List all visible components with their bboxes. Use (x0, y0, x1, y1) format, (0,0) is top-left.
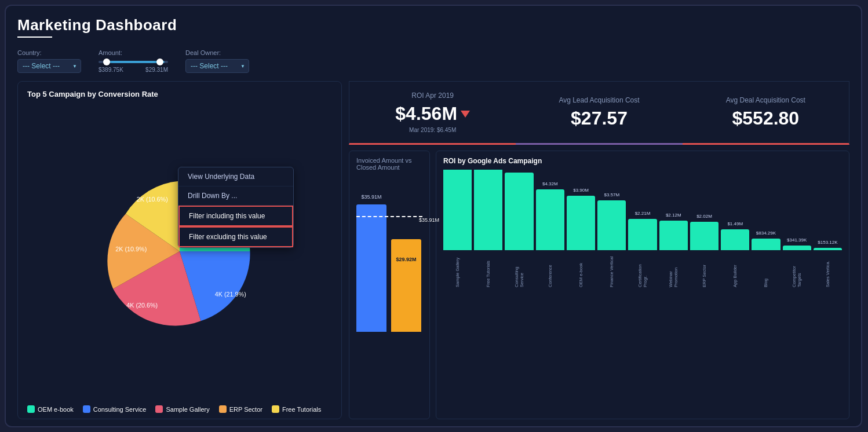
kpi-roi-arrow (461, 111, 470, 118)
roi-bar-label-12: Competitor Targets (792, 252, 802, 287)
kpi-avg-deal-label: Avg Deal Acquisition Cost (726, 96, 805, 104)
amount-label: Amount: (99, 49, 168, 56)
bottom-charts: Invoiced Amount vs Closed Amount $35.91M… (349, 151, 849, 419)
roi-bar-label-7: Certification Progr. (637, 252, 648, 287)
legend-label-consulting: Consulting Service (93, 406, 147, 413)
invoiced-chart-title: Invoiced Amount vs Closed Amount (356, 157, 422, 171)
title-underline (17, 36, 52, 38)
roi-bar-7: $2.21M (628, 219, 657, 250)
pie-label-tutorials: 2K (10.6%) (137, 196, 168, 203)
kpi-roi: ROI Apr 2019 $4.56M Mar 2019: $6.45M (349, 81, 516, 145)
pie-area: 7K (36.0%) 4K (21.9%) 4K (20.6%) 2K (10.… (27, 103, 332, 400)
roi-bar-value-9: $2.02M (696, 214, 712, 219)
roi-bar-value-12: $341.39K (787, 237, 807, 243)
legend-dot-consulting (83, 405, 90, 413)
invoiced-line-value: $35.91M (419, 217, 439, 223)
kpi-roi-value: $4.56M (395, 103, 470, 125)
roi-bar-2: $7.48M (474, 170, 502, 250)
context-menu-drill-down[interactable]: Drill Down By ... (178, 186, 293, 206)
invoiced-line-marker: $35.91M (356, 216, 422, 223)
context-menu-filter-include[interactable]: Filter including this value (178, 206, 293, 226)
deal-owner-select[interactable]: --- Select --- John Smith Jane Doe (185, 59, 249, 73)
roi-bar-group-8: $2.12M Webinar Promotion (659, 221, 688, 287)
legend-dot-erp (219, 405, 227, 413)
roi-bar-13: $153.12K (814, 248, 842, 250)
roi-bar-group-7: $2.21M Certification Progr. (628, 219, 657, 287)
roi-bar-6: $3.57M (597, 200, 626, 250)
roi-bar-group-5: $3.90M OEM e-book (567, 196, 595, 287)
roi-bar-12: $341.39K (783, 246, 811, 250)
roi-chart-title: ROI by Google Ads Campaign (443, 157, 842, 165)
kpi-avg-lead-label: Avg Lead Acquisition Cost (559, 96, 639, 104)
kpi-avg-lead: Avg Lead Acquisition Cost $27.57 (516, 81, 682, 145)
roi-bar-group-4: $4.32M Conference (536, 189, 564, 287)
roi-bar-value-10: $1.49M (727, 221, 743, 226)
roi-bar-group-6: $3.57M Finance Vertical (597, 200, 626, 287)
pie-label-erp: 2K (10.9%) (115, 246, 147, 252)
legend-label-oem: OEM e-book (38, 406, 74, 413)
legend-dot-oem (27, 405, 35, 413)
kpi-avg-lead-value: $27.57 (571, 108, 628, 129)
amount-range-values: $389.75K $29.31M (99, 67, 168, 73)
roi-bar-10: $1.49M (721, 229, 749, 250)
amount-slider-thumb-right[interactable] (156, 58, 163, 65)
amount-slider-track[interactable] (99, 61, 168, 63)
deal-owner-select-wrapper[interactable]: --- Select --- John Smith Jane Doe (185, 59, 249, 73)
deal-owner-filter: Deal Owner: --- Select --- John Smith Ja… (185, 49, 249, 73)
amount-slider-thumb-left[interactable] (103, 58, 110, 65)
roi-bar-1: $7.57M (443, 170, 472, 250)
dashboard-header: Marketing Dashboard (17, 16, 849, 38)
roi-bar-group-11: $834.29K Blog (752, 239, 780, 287)
roi-bar-4: $4.32M (536, 189, 564, 250)
roi-bar-group-2: $7.48M Free Tutorials (474, 170, 502, 287)
invoiced-chart-card: Invoiced Amount vs Closed Amount $35.91M… (349, 151, 430, 419)
roi-bar-group-10: $1.49M App Builder (721, 229, 749, 287)
roi-bar-3: $5.52M (505, 173, 533, 250)
roi-bar-label-8: Webinar Promotion (668, 252, 679, 287)
pie-label-sample: 4K (20.6%) (126, 302, 158, 309)
legend-dot-tutorials (272, 405, 279, 413)
legend-item-tutorials: Free Tutorials (272, 405, 321, 413)
roi-bar-label-2: Free Tutorials (486, 252, 491, 287)
kpi-avg-deal-value: $552.80 (732, 108, 799, 129)
roi-bar-label-1: Sample Gallery (455, 252, 460, 287)
invoiced-bar-invoice-value: $35.91M (361, 194, 381, 200)
country-select[interactable]: --- Select --- USA UK Germany (17, 59, 81, 73)
roi-bar-label-3: Consulting Service (514, 252, 524, 287)
context-menu-view-data[interactable]: View Underlying Data (178, 167, 293, 186)
roi-bar-group-9: $2.02M ERP Sector (690, 222, 719, 287)
pie-chart-title: Top 5 Campaign by Conversion Rate (27, 90, 332, 98)
invoiced-bars-container: $35.91M $29.92M $35.91M (356, 175, 422, 343)
roi-bar-9: $2.02M (690, 222, 719, 250)
country-select-wrapper[interactable]: --- Select --- USA UK Germany (17, 59, 81, 73)
country-label: Country: (17, 49, 81, 56)
pie-legend: OEM e-book Consulting Service Sample Gal… (27, 405, 332, 413)
legend-item-oem: OEM e-book (27, 405, 74, 413)
context-menu[interactable]: View Underlying Data Drill Down By ... F… (178, 167, 294, 248)
legend-label-erp: ERP Sector (229, 406, 262, 413)
roi-bar-value-7: $2.21M (635, 211, 651, 216)
roi-bar-label-10: App Builder (732, 252, 738, 287)
roi-chart-card: ROI by Google Ads Campaign $7.57M Sample… (436, 151, 849, 419)
dashboard-container: Marketing Dashboard Country: --- Select … (5, 5, 862, 427)
country-filter: Country: --- Select --- USA UK Germany (17, 49, 81, 73)
roi-bar-11: $834.29K (752, 239, 780, 250)
roi-bar-label-6: Finance Vertical (609, 252, 614, 287)
roi-bar-8: $2.12M (659, 221, 688, 250)
context-menu-filter-exclude[interactable]: Filter excluding this value (178, 226, 293, 247)
amount-max: $29.31M (145, 67, 168, 73)
roi-bar-label-5: OEM e-book (578, 252, 583, 287)
roi-bar-value-11: $834.29K (756, 230, 776, 236)
roi-bar-label-4: Conference (548, 252, 553, 287)
invoiced-bar-closed: $29.92M (391, 239, 421, 332)
legend-item-sample: Sample Gallery (155, 405, 209, 413)
dashboard-title: Marketing Dashboard (17, 16, 849, 34)
filters-row: Country: --- Select --- USA UK Germany A… (17, 49, 849, 73)
legend-item-erp: ERP Sector (219, 405, 262, 413)
invoiced-bar-closed-value: $29.92M (396, 257, 416, 262)
kpi-row: ROI Apr 2019 $4.56M Mar 2019: $6.45M Avg… (349, 81, 849, 145)
roi-bar-value-8: $2.12M (666, 213, 681, 218)
legend-item-consulting: Consulting Service (83, 405, 147, 413)
roi-bar-group-13: $153.12K Sales Vertica. (814, 248, 842, 287)
invoiced-bar-invoice: $35.91M (356, 204, 386, 332)
